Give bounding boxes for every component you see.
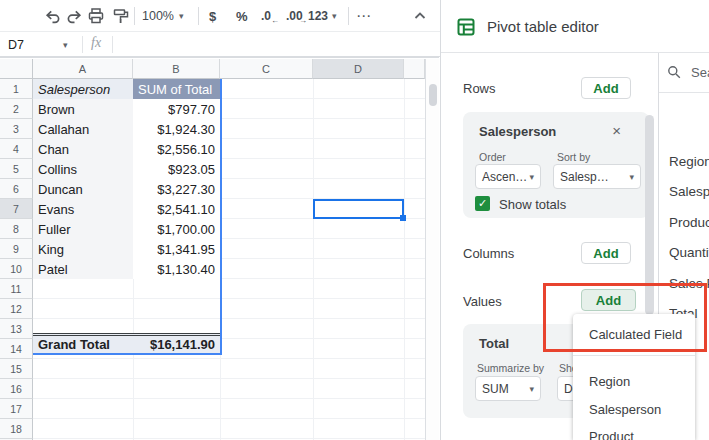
menu-item-region[interactable]: Region [589,371,693,391]
row-header-12[interactable]: 12 [0,299,33,319]
sort-by-label: Sort by [557,151,590,163]
select-all-corner[interactable] [0,59,33,79]
column-header-B[interactable]: B [133,59,220,79]
column-header-D[interactable]: D [313,59,404,79]
scrollbar-thumb[interactable] [429,84,437,106]
pivot-header-cell-B1[interactable]: SUM of Total [133,79,220,99]
menu-item-calculated-field[interactable]: Calculated Field [589,324,693,344]
name-box-dropdown-icon[interactable]: ▾ [63,40,68,50]
grand-total-label-cell[interactable]: Grand Total [33,336,133,353]
pivot-row-label-cell[interactable]: Patel [33,259,133,279]
pivot-row-label-cell[interactable]: Collins [33,159,133,179]
row-header-2[interactable]: 2 [0,99,33,119]
rows-add-button[interactable]: Add [581,77,631,99]
field-list-item-product[interactable]: Product [669,212,709,232]
column-header-A[interactable]: A [33,59,133,79]
row-header-3[interactable]: 3 [0,119,33,139]
paint-format-button[interactable] [109,4,133,28]
menu-item-salesperson[interactable]: Salesperson [589,399,693,419]
sort-by-dropdown[interactable]: Salesp… ▾ [553,164,641,189]
pivot-row-value-cell[interactable]: $1,341.95 [133,239,220,259]
row-header-10[interactable]: 10 [0,259,33,279]
pivot-row-label-cell[interactable]: Duncan [33,179,133,199]
formula-bar-divider [112,36,113,53]
more-toolbar-options-button[interactable]: ⋯ [356,0,371,32]
row-header-8[interactable]: 8 [0,219,33,239]
pivot-grand-total-row[interactable]: Grand Total $16,141.90 [33,333,220,355]
row-header-9[interactable]: 9 [0,239,33,259]
pivot-row-value-cell[interactable]: $1,700.00 [133,219,220,239]
sheet-vertical-scrollbar[interactable] [425,59,439,440]
divider [659,92,709,93]
search-placeholder: Search [691,65,709,80]
format-currency-button[interactable]: $ [209,0,216,32]
rows-section-label: Rows [463,81,496,96]
field-search-box[interactable]: Search [667,60,709,84]
editor-scrollbar-thumb[interactable] [645,115,654,315]
pivot-row-label-cell[interactable]: Callahan [33,119,133,139]
decrease-decimal-button[interactable]: .0 ← [261,0,271,32]
chevron-down-icon: ▾ [179,11,184,21]
formula-input[interactable] [120,32,438,57]
pivot-row-label-cell[interactable]: Evans [33,199,133,219]
row-header-5[interactable]: 5 [0,159,33,179]
row-header-14[interactable]: 14 [0,339,33,359]
menu-item-product[interactable]: Product [589,426,693,440]
close-icon[interactable]: × [612,124,621,138]
pivot-row-label-cell[interactable]: Fuller [33,219,133,239]
increase-decimal-button[interactable]: .00 → [286,0,303,32]
values-add-menu: Calculated FieldRegionSalespersonProduct [573,314,695,440]
row-header-1[interactable]: 1 [0,79,33,99]
summarize-by-dropdown[interactable]: SUM ▾ [475,376,541,401]
gridline [313,79,314,440]
pivot-row-label-cell[interactable]: Brown [33,99,133,119]
pivot-row-value-cell[interactable]: $2,556.10 [133,139,220,159]
pivot-header-cell-A1[interactable]: Salesperson [33,79,133,99]
formula-bar-divider [82,36,83,53]
spreadsheet-grid[interactable]: ABCD 12345678910111213141516171819 Sales… [0,57,439,440]
selected-cell-D7[interactable] [313,199,404,219]
pivot-row-value-cell[interactable]: $1,130.40 [133,259,220,279]
row-header-13[interactable]: 13 [0,319,33,339]
column-header-C[interactable]: C [220,59,313,79]
order-dropdown[interactable]: Ascen… ▾ [475,164,541,189]
name-box[interactable]: D7 [8,32,24,57]
fill-handle[interactable] [400,215,406,221]
row-header-16[interactable]: 16 [0,379,33,399]
pivot-row-value-cell[interactable]: $3,227.30 [133,179,220,199]
pivot-row-label-cell[interactable]: Chan [33,139,133,159]
redo-button[interactable] [62,4,86,28]
row-header-17[interactable]: 17 [0,399,33,419]
pivot-row-value-cell[interactable]: $797.70 [133,99,220,119]
zoom-control[interactable]: 100% ▾ [142,0,184,32]
print-button[interactable] [84,4,108,28]
undo-button[interactable] [40,4,64,28]
more-formats-button[interactable]: 123 ▾ [308,0,337,32]
row-header-4[interactable]: 4 [0,139,33,159]
columns-add-button[interactable]: Add [581,242,631,264]
row-header-11[interactable]: 11 [0,279,33,299]
pivot-row-value-cell[interactable]: $1,924.30 [133,119,220,139]
grand-total-value-cell[interactable]: $16,141.90 [133,336,220,353]
toolbar-divider [348,7,349,25]
pivot-row-value-cell[interactable]: $923.05 [133,159,220,179]
field-list-item-region[interactable]: Region [669,151,709,171]
field-list-item-quantity[interactable]: Quantity [669,242,709,262]
panel-title: Pivot table editor [487,18,599,35]
field-list-item-salesperson[interactable]: Salesperson [669,181,709,201]
pivot-row-label-cell[interactable]: King [33,239,133,259]
hide-menus-button[interactable] [408,4,432,28]
pivot-row-value-cell[interactable]: $2,541.10 [133,199,220,219]
format-percent-button[interactable]: % [236,0,248,32]
values-add-button[interactable]: Add [581,289,636,311]
row-header-15[interactable]: 15 [0,359,33,379]
show-totals-checkbox[interactable]: ✓ [475,196,490,211]
row-header-18[interactable]: 18 [0,419,33,439]
field-list-item-sales-price[interactable]: Sales Price [669,273,709,293]
gridline [404,79,405,440]
row-header-7[interactable]: 7 [0,199,33,219]
card-title: Total [479,336,509,351]
column-header-partial[interactable] [404,59,425,79]
row-header-6[interactable]: 6 [0,179,33,199]
pivot-table-editor-panel: Pivot table editor Rows Add Salesperson … [440,0,709,440]
